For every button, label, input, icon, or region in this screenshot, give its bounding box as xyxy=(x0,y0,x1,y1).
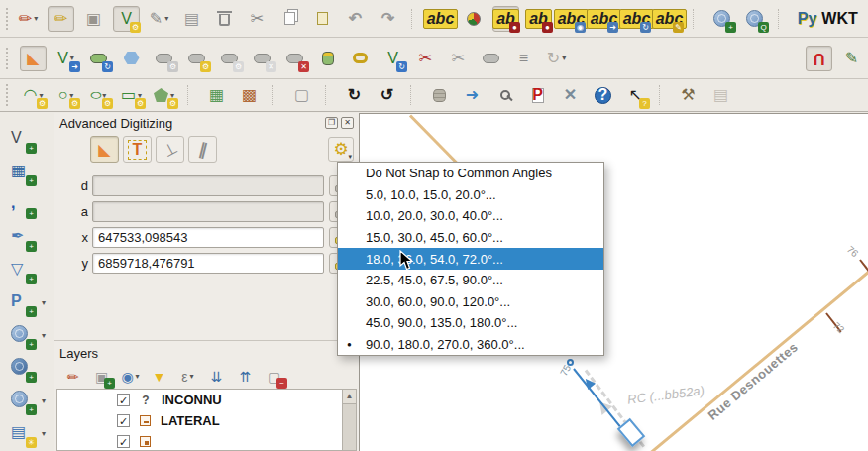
label-toolbar-icon[interactable]: abc xyxy=(427,6,454,32)
continue-feature-icon[interactable]: V➜▾ xyxy=(53,46,79,71)
new-scratch-layer-icon[interactable]: ▽+ xyxy=(4,253,50,283)
show-hide-labels-icon[interactable]: abc◉ xyxy=(558,6,585,32)
add-part-icon[interactable]: ⚙ xyxy=(216,46,243,71)
draw-ellipse-icon[interactable]: ○⚙▾ xyxy=(85,82,112,108)
close-panel-icon[interactable]: ✕ xyxy=(341,117,354,129)
options-tools-icon[interactable]: ✕ xyxy=(557,82,584,108)
add-wfs-layer-icon[interactable]: +▾ xyxy=(4,384,50,414)
toolbar-grip[interactable] xyxy=(6,8,8,30)
help-icon[interactable]: ? xyxy=(590,82,616,108)
menu-item-no-snap[interactable]: Do Not Snap to Common Angles xyxy=(338,163,603,184)
menu-item-18[interactable]: 18.0, 36.0, 54.0, 72.0°... xyxy=(338,248,603,270)
change-label-icon[interactable]: abc✎ xyxy=(656,6,683,32)
collapse-all-icon[interactable]: ⇈ xyxy=(233,365,258,388)
expand-all-icon[interactable]: ⇊ xyxy=(204,365,229,388)
perpendicular-button[interactable]: ⊥ xyxy=(156,136,184,163)
add-ring-icon[interactable]: ⚙ xyxy=(183,46,210,71)
cad-field-input[interactable]: 6859718,476791 xyxy=(92,253,324,274)
export-pdf-icon[interactable]: P xyxy=(524,82,551,108)
diagram-icon[interactable] xyxy=(460,6,487,32)
split-parts-icon[interactable]: ✂ xyxy=(445,46,472,71)
highlight-pinned-labels-icon[interactable]: ab● xyxy=(525,6,552,32)
draw-rectangle-icon[interactable]: ▭⚙▾ xyxy=(118,82,145,108)
add-vector-layer-icon[interactable]: V+ xyxy=(4,122,50,153)
redo-icon[interactable]: ↷ xyxy=(375,6,401,32)
quick-map-services-icon[interactable]: ▩ xyxy=(236,82,263,108)
paste-features-icon[interactable] xyxy=(309,6,336,32)
menu-item-90[interactable]: ● 90.0, 180.0, 270.0, 360.0°... xyxy=(338,334,603,356)
add-raster-layer-icon[interactable]: ▦+ xyxy=(4,155,50,185)
forward-arrow-icon[interactable]: ➜ xyxy=(459,82,486,108)
snapping-options-icon[interactable]: U xyxy=(806,46,832,71)
database-icon[interactable] xyxy=(426,82,453,108)
layer-checkbox[interactable]: ✓ xyxy=(117,435,130,448)
fill-ring-icon[interactable]: ✕ xyxy=(249,46,275,71)
split-features-icon[interactable]: ✂ xyxy=(412,46,439,71)
processing-tools-icon[interactable]: ⚒ xyxy=(675,82,702,108)
rotate-label-icon[interactable]: abc↻ xyxy=(623,6,650,32)
add-spatialite-layer-icon[interactable]: ✒+ xyxy=(4,220,50,251)
toolbar-grip[interactable] xyxy=(6,48,13,69)
snap-to-common-angles-button[interactable]: ⚙ ▾ xyxy=(328,137,354,162)
parallel-button[interactable]: ∥ xyxy=(188,136,217,163)
deselect-features-icon[interactable]: ▢ xyxy=(288,82,315,108)
add-group-icon[interactable]: ▣+ xyxy=(89,365,114,388)
toolbar-grip[interactable] xyxy=(6,84,13,106)
open-layer-styling-icon[interactable]: ✏ xyxy=(60,365,85,388)
undo-icon[interactable]: ↶ xyxy=(342,6,369,32)
whats-this-icon[interactable]: ↖? xyxy=(622,82,649,108)
cad-field-input[interactable] xyxy=(92,175,324,196)
layer-item-lateral[interactable]: ✓ LATERAL xyxy=(57,410,356,431)
topological-editing-icon[interactable]: ✎ xyxy=(838,46,865,71)
merge-attributes-icon[interactable]: ≡ xyxy=(510,46,537,71)
search-icon[interactable] xyxy=(491,82,518,108)
layer-checkbox[interactable]: ✓ xyxy=(117,394,130,406)
cut-features-icon[interactable]: ✂ xyxy=(244,6,271,32)
cad-field-input[interactable] xyxy=(92,201,324,222)
simplify-feature-icon[interactable]: ⚙ xyxy=(151,46,177,71)
copy-features-icon[interactable] xyxy=(276,6,303,32)
offset-curve-icon[interactable] xyxy=(347,46,374,71)
draw-regular-polygon-icon[interactable]: ⚙▾ xyxy=(151,82,177,108)
wkt-plugin-icon[interactable]: WKT xyxy=(826,6,853,32)
rotate-feature-icon[interactable] xyxy=(118,46,145,71)
circular-string-icon[interactable]: ◠⚙▾ xyxy=(20,82,47,108)
rotate-point-symbols-icon[interactable]: ↻▾ xyxy=(543,46,570,71)
metasearch-new-icon[interactable]: + xyxy=(708,6,735,32)
layer-item-inconnu[interactable]: ✓ ? INCONNU xyxy=(57,390,356,410)
add-postgis-layer-icon[interactable]: P+▾ xyxy=(4,285,50,316)
manage-visibility-icon[interactable]: ◉▾ xyxy=(118,365,143,388)
menu-item-15[interactable]: 15.0, 30.0, 45.0, 60.0°... xyxy=(338,227,603,249)
menu-item-10[interactable]: 10.0, 20.0, 30.0, 40.0°... xyxy=(338,205,603,227)
save-edits-icon[interactable]: ▣ xyxy=(80,6,107,32)
pin-labels-icon[interactable]: ab● xyxy=(492,6,519,32)
filter-legend-icon[interactable]: ▼ xyxy=(147,365,171,388)
delete-selected-icon[interactable] xyxy=(211,6,238,32)
remove-layer-icon[interactable]: ▢− xyxy=(262,365,286,388)
enable-cad-tools-button[interactable]: ◣ xyxy=(90,136,119,163)
add-feature-icon[interactable]: V⚙ xyxy=(113,6,140,32)
refresh-clockwise-icon[interactable]: ↻ xyxy=(341,82,368,108)
current-edits-icon[interactable]: ✏▾ xyxy=(15,6,42,32)
menu-item-30[interactable]: 30.0, 60.0, 90.0, 120.0°... xyxy=(338,291,603,313)
layer-checkbox[interactable]: ✓ xyxy=(117,414,130,427)
add-delimited-text-icon[interactable]: ,+ xyxy=(4,187,50,218)
python-console-icon[interactable]: Py xyxy=(794,6,820,32)
edit-table-icon[interactable]: ▤ xyxy=(178,6,205,32)
layers-scrollbar[interactable]: ▲ xyxy=(342,390,356,450)
menu-item-45[interactable]: 45.0, 90.0, 135.0, 180.0°... xyxy=(338,312,603,334)
draw-circle-icon[interactable]: ○⚙▾ xyxy=(53,82,79,108)
construction-mode-button[interactable]: T xyxy=(123,136,152,163)
scroll-up-icon[interactable]: ▲ xyxy=(343,390,356,404)
float-panel-icon[interactable]: ❐ xyxy=(325,117,338,129)
menu-item-22[interactable]: 22.5, 45.0, 67.5, 90.0°... xyxy=(338,270,603,291)
move-feature-icon[interactable]: ↻ xyxy=(85,46,112,71)
print-composer-icon[interactable]: ▤ xyxy=(707,82,734,108)
add-virtual-layer-icon[interactable]: ▤✳▾ xyxy=(4,416,50,447)
move-label-icon[interactable]: abc➜ xyxy=(591,6,617,32)
plugin-green-icon[interactable]: ● xyxy=(859,6,868,32)
expression-filter-icon[interactable]: ε▾ xyxy=(175,365,200,388)
georeferencer-icon[interactable]: ▦ xyxy=(203,82,230,108)
layer-item-unnamed[interactable]: ✓ xyxy=(57,431,356,451)
delete-ring-icon[interactable]: ✕ xyxy=(281,46,308,71)
